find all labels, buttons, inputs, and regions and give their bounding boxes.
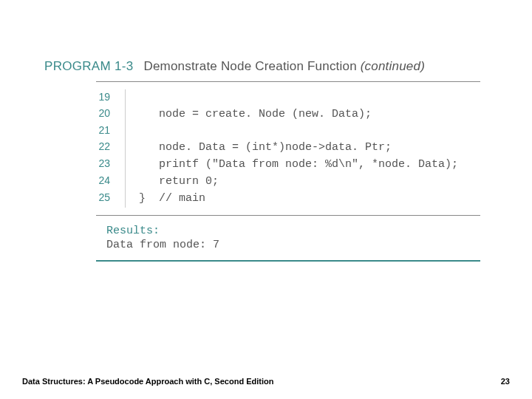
code-text: node = create. Node (new. Data);: [126, 106, 372, 123]
line-number: 19: [96, 89, 126, 106]
program-title: Demonstrate Node Creation Function (cont…: [143, 59, 425, 74]
line-number: 23: [96, 156, 126, 173]
code-text: [126, 123, 139, 139]
code-line: 23 printf ("Data from node: %d\n", *node…: [96, 156, 480, 173]
code-line: 21: [96, 123, 480, 139]
code-text: } // main: [126, 190, 205, 207]
slide-content: PROGRAM 1-3 Demonstrate Node Creation Fu…: [22, 59, 510, 262]
book-title: Data Structures: A Pseudocode Approach w…: [22, 377, 273, 386]
line-number: 24: [96, 173, 126, 190]
program-title-main: Demonstrate Node Creation Function: [143, 59, 360, 73]
results-label: Results:: [106, 225, 480, 237]
line-number: 20: [96, 106, 126, 123]
results-panel: Results: Data from node: 7: [96, 216, 480, 262]
code-line: 19: [96, 89, 480, 106]
code-text: [126, 89, 139, 106]
program-header: PROGRAM 1-3 Demonstrate Node Creation Fu…: [22, 59, 510, 74]
code-panel: 19 20 node = create. Node (new. Data); 2…: [96, 81, 480, 216]
footer: Data Structures: A Pseudocode Approach w…: [22, 377, 510, 386]
results-output: Data from node: 7: [106, 239, 480, 251]
line-number: 22: [96, 139, 126, 156]
code-line: 20 node = create. Node (new. Data);: [96, 106, 480, 123]
line-number: 21: [96, 123, 126, 139]
program-label: PROGRAM 1-3: [44, 59, 133, 74]
code-text: return 0;: [126, 173, 219, 190]
code-text: printf ("Data from node: %d\n", *node. D…: [126, 156, 458, 173]
code-line: 24 return 0;: [96, 173, 480, 190]
page-number: 23: [501, 377, 510, 386]
code-line: 25} // main: [96, 190, 480, 207]
line-number: 25: [96, 190, 126, 207]
code-line: 22 node. Data = (int*)node->data. Ptr;: [96, 139, 480, 156]
program-title-continued: (continued): [361, 59, 425, 73]
code-text: node. Data = (int*)node->data. Ptr;: [126, 139, 392, 156]
